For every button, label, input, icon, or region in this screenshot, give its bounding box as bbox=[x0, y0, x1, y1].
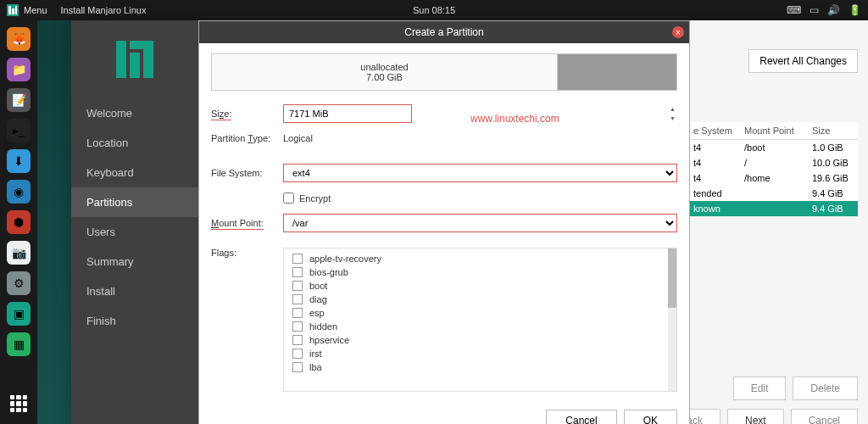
installer-sidebar: Welcome Location Keyboard Partitions Use… bbox=[71, 20, 198, 424]
dock-apps-icon[interactable] bbox=[7, 392, 31, 416]
svg-rect-8 bbox=[130, 41, 153, 49]
filesystem-label: File System: bbox=[211, 168, 283, 178]
dock-installer-icon[interactable]: ▣ bbox=[7, 302, 31, 326]
battery-icon[interactable]: 🔋 bbox=[849, 4, 861, 16]
cancel-button[interactable]: Cancel bbox=[791, 409, 858, 424]
screen-icon[interactable]: ▭ bbox=[810, 4, 819, 16]
dock-hex-icon[interactable]: ⬢ bbox=[7, 210, 31, 234]
flag-item[interactable]: hidden bbox=[284, 320, 676, 333]
unallocated-label: unallocated bbox=[360, 62, 408, 72]
flag-item[interactable]: esp bbox=[284, 306, 676, 320]
menu-button[interactable]: Menu bbox=[7, 4, 47, 16]
flag-checkbox[interactable] bbox=[292, 349, 303, 359]
dialog-ok-button[interactable]: OK bbox=[624, 410, 677, 424]
flag-item[interactable]: diag bbox=[284, 293, 676, 306]
installer-window: Welcome Location Keyboard Partitions Use… bbox=[71, 20, 868, 424]
flag-checkbox[interactable] bbox=[292, 281, 303, 291]
flag-checkbox[interactable] bbox=[292, 321, 303, 332]
top-panel: Menu Install Manjaro Linux Sun 08:15 ⌨ ▭… bbox=[0, 0, 868, 20]
unallocated-size: 7.00 GiB bbox=[366, 72, 403, 82]
flag-checkbox[interactable] bbox=[292, 362, 303, 372]
partition-type-value: Logical bbox=[283, 133, 313, 143]
mountpoint-label: Mount Point: bbox=[211, 218, 264, 230]
svg-rect-6 bbox=[130, 53, 140, 78]
window-title: Install Manjaro Linux bbox=[61, 5, 147, 15]
flags-scrollbar[interactable] bbox=[668, 248, 676, 391]
dock-app-icon[interactable]: ◉ bbox=[7, 180, 31, 204]
desktop: Welcome Location Keyboard Partitions Use… bbox=[37, 20, 868, 424]
flag-checkbox[interactable] bbox=[292, 294, 303, 304]
size-label: Size: bbox=[211, 109, 231, 120]
keyboard-icon[interactable]: ⌨ bbox=[787, 4, 801, 16]
dock-files-icon[interactable]: 📁 bbox=[7, 58, 31, 81]
close-icon[interactable]: × bbox=[672, 26, 684, 38]
flag-item[interactable]: boot bbox=[284, 279, 676, 293]
svg-rect-2 bbox=[12, 8, 14, 14]
sidebar-item-install[interactable]: Install bbox=[71, 276, 198, 306]
sidebar-item-location[interactable]: Location bbox=[71, 128, 198, 158]
delete-button[interactable]: Delete bbox=[793, 377, 858, 400]
flag-checkbox[interactable] bbox=[292, 308, 303, 318]
sidebar-item-keyboard[interactable]: Keyboard bbox=[71, 158, 198, 187]
dialog-cancel-button[interactable]: Cancel bbox=[546, 410, 616, 424]
menu-label: Menu bbox=[24, 5, 47, 15]
spinner-down-icon[interactable]: ▼ bbox=[670, 115, 676, 121]
sidebar-item-users[interactable]: Users bbox=[71, 217, 198, 247]
dialog-title: Create a Partition bbox=[404, 26, 483, 38]
dialog-titlebar[interactable]: Create a Partition × bbox=[199, 21, 689, 43]
encrypt-checkbox[interactable] bbox=[283, 192, 294, 204]
volume-icon[interactable]: 🔊 bbox=[827, 4, 840, 16]
flag-item[interactable]: apple-tv-recovery bbox=[284, 252, 676, 265]
dock-editor-icon[interactable]: 📝 bbox=[7, 88, 31, 112]
partition-visual: unallocated 7.00 GiB bbox=[211, 53, 677, 91]
flag-item[interactable]: lba bbox=[284, 360, 676, 374]
dock-download-icon[interactable]: ⬇ bbox=[7, 149, 31, 173]
flag-item[interactable]: irst bbox=[284, 347, 676, 360]
spinner-up-icon[interactable]: ▲ bbox=[670, 106, 676, 112]
mountpoint-select[interactable]: /var bbox=[283, 214, 677, 232]
svg-rect-1 bbox=[8, 6, 11, 14]
flag-item[interactable]: bios-grub bbox=[284, 265, 676, 279]
filesystem-select[interactable]: ext4 bbox=[283, 164, 677, 182]
sidebar-item-welcome[interactable]: Welcome bbox=[71, 98, 198, 128]
used-space-bar bbox=[558, 54, 676, 90]
flag-checkbox[interactable] bbox=[292, 335, 303, 345]
sidebar-item-partitions[interactable]: Partitions bbox=[71, 187, 198, 217]
flag-checkbox[interactable] bbox=[292, 267, 303, 277]
flags-list[interactable]: apple-tv-recovery bios-grub boot diag es… bbox=[283, 248, 677, 392]
dock-firefox-icon[interactable]: 🦊 bbox=[7, 27, 31, 51]
dock-terminal-icon[interactable]: ▸_ bbox=[7, 119, 31, 142]
manjaro-logo bbox=[71, 31, 198, 98]
dock-spreadsheet-icon[interactable]: ▦ bbox=[7, 332, 31, 356]
svg-rect-3 bbox=[15, 6, 17, 14]
size-input[interactable] bbox=[283, 104, 412, 123]
flag-checkbox[interactable] bbox=[292, 254, 303, 264]
partition-type-label: Partition Type: bbox=[211, 133, 283, 143]
sidebar-item-finish[interactable]: Finish bbox=[71, 306, 198, 336]
sidebar-item-summary[interactable]: Summary bbox=[71, 247, 198, 276]
dialog-overlay: Create a Partition × unallocated 7.00 Gi… bbox=[198, 20, 771, 424]
dock-camera-icon[interactable]: 📷 bbox=[7, 241, 31, 265]
dock-settings-icon[interactable]: ⚙ bbox=[7, 271, 31, 295]
clock[interactable]: Sun 08:15 bbox=[413, 5, 455, 15]
create-partition-dialog: Create a Partition × unallocated 7.00 Gi… bbox=[198, 20, 690, 424]
flag-item[interactable]: hpservice bbox=[284, 333, 676, 347]
flags-label: Flags: bbox=[211, 248, 283, 258]
svg-rect-5 bbox=[116, 41, 126, 78]
encrypt-checkbox-label[interactable]: Encrypt bbox=[283, 192, 331, 204]
watermark: www.linuxtechi.com bbox=[470, 113, 559, 125]
dock: 🦊 📁 📝 ▸_ ⬇ ◉ ⬢ 📷 ⚙ ▣ ▦ bbox=[0, 20, 37, 424]
col-size: Size bbox=[807, 122, 858, 139]
